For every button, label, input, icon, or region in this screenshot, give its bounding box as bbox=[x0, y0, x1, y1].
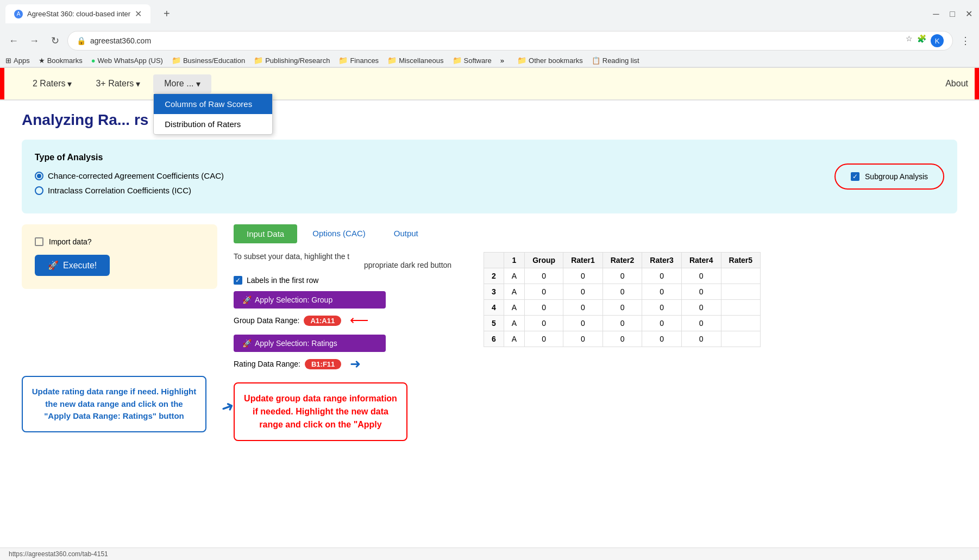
th-rater4: Rater4 bbox=[681, 253, 721, 268]
more-bookmarks-icon[interactable]: » bbox=[500, 56, 504, 65]
bookmarks-apps[interactable]: ⊞ Apps bbox=[5, 56, 30, 65]
blue-arrow-right-icon: ➜ bbox=[350, 356, 361, 372]
nav-2raters[interactable]: 2 Raters ▾ bbox=[22, 74, 83, 93]
maximize-button[interactable]: □ bbox=[947, 9, 957, 19]
address-right-icons: ☆ 🧩 K bbox=[906, 34, 944, 47]
folder-icon: 📁 bbox=[254, 56, 263, 65]
analysis-box: Type of Analysis Chance-corrected Agreem… bbox=[22, 140, 957, 213]
execute-button-row: 🚀 Execute! bbox=[35, 255, 204, 276]
refresh-button[interactable]: ↻ bbox=[47, 33, 63, 49]
apply-ratings-button[interactable]: 🚀 Apply Selection: Ratings bbox=[234, 335, 386, 352]
execute-button[interactable]: 🚀 Execute! bbox=[35, 255, 110, 276]
labels-row: ✓ Labels in the first row bbox=[234, 276, 473, 285]
cell: 0 bbox=[603, 300, 642, 316]
row-num: 3 bbox=[484, 284, 504, 300]
bookmarks-software[interactable]: 📁 Software bbox=[453, 56, 492, 65]
bookmarks-reading-list[interactable]: 📋 Reading list bbox=[592, 56, 639, 65]
apply-group-button[interactable]: 🚀 Apply Selection: Group bbox=[234, 291, 386, 309]
minimize-button[interactable]: ─ bbox=[931, 9, 941, 19]
table-row: 5 A 0 0 0 0 0 bbox=[484, 316, 761, 331]
cell: A bbox=[504, 316, 524, 331]
radio-icc[interactable] bbox=[35, 186, 43, 195]
import-checkbox[interactable] bbox=[35, 237, 43, 246]
main-area: Import data? 🚀 Execute! Update rating da… bbox=[22, 224, 957, 441]
analysis-title: Type of Analysis bbox=[35, 153, 834, 162]
whatsapp-icon: ● bbox=[91, 56, 96, 65]
more-dropdown-menu: Columns of Raw Scores Distribution of Ra… bbox=[153, 93, 273, 135]
table-row: 3 A 0 0 0 0 0 bbox=[484, 284, 761, 300]
labels-checkbox[interactable]: ✓ bbox=[234, 276, 242, 285]
nav-3raters[interactable]: 3+ Raters ▾ bbox=[85, 74, 151, 93]
send-icon: 🚀 bbox=[242, 295, 252, 304]
bookmark-star-icon[interactable]: ☆ bbox=[906, 34, 913, 47]
dropdown-distribution-raters[interactable]: Distribution of Raters bbox=[154, 114, 272, 134]
cell: A bbox=[504, 268, 524, 284]
tooltip-blue-box: Update rating data range if need. Highli… bbox=[22, 376, 206, 432]
ratings-range-row: Rating Data Range: B1:F11 ➜ bbox=[234, 356, 473, 372]
group-apply-btn-group: 🚀 Apply Selection: Group bbox=[234, 291, 473, 309]
folder-icon: 📁 bbox=[453, 56, 462, 65]
cell: A bbox=[504, 331, 524, 347]
cell: 0 bbox=[525, 284, 563, 300]
right-panel: Input Data Options (CAC) Output To subse… bbox=[234, 224, 957, 441]
left-panel: Import data? 🚀 Execute! Update rating da… bbox=[22, 224, 217, 441]
left-red-bar bbox=[0, 68, 4, 99]
address-box[interactable]: 🔒 agreestat360.com ☆ 🧩 K bbox=[67, 31, 953, 51]
right-red-bar bbox=[975, 68, 979, 99]
cell: 0 bbox=[525, 331, 563, 347]
row-num: 2 bbox=[484, 268, 504, 284]
cell: 0 bbox=[681, 316, 721, 331]
tab-close-button[interactable]: ✕ bbox=[135, 9, 142, 19]
red-tooltip-area: Update group data range information if n… bbox=[234, 382, 473, 441]
bookmarks-business[interactable]: 📁 Business/Education bbox=[172, 56, 245, 65]
import-row: Import data? bbox=[35, 237, 204, 246]
radio-cac[interactable] bbox=[35, 172, 43, 180]
status-bar: https://agreestat360.com/tab-4151 bbox=[0, 548, 979, 560]
bookmarks-other[interactable]: 📁 Other bookmarks bbox=[517, 56, 583, 65]
back-button[interactable]: ← bbox=[5, 33, 22, 49]
nav-more[interactable]: More ... ▾ bbox=[153, 74, 211, 93]
cell: 0 bbox=[603, 268, 642, 284]
cell: 0 bbox=[681, 331, 721, 347]
bookmarks-finances[interactable]: 📁 Finances bbox=[338, 56, 379, 65]
bookmarks-bookmarks[interactable]: ★ Bookmarks bbox=[39, 56, 83, 65]
subgroup-checkbox[interactable]: ✓ bbox=[851, 172, 859, 181]
tab-output[interactable]: Output bbox=[381, 224, 431, 243]
folder-icon: 📁 bbox=[338, 56, 348, 65]
group-range-row: Group Data Range: A1:A11 ⟵ bbox=[234, 313, 473, 328]
cell: 0 bbox=[681, 284, 721, 300]
forward-button[interactable]: → bbox=[26, 33, 42, 49]
bookmarks-publishing[interactable]: 📁 Publishing/Research bbox=[254, 56, 330, 65]
browser-chrome: A AgreeStat 360: cloud-based inter ✕ + ─… bbox=[0, 0, 979, 68]
tab-input-data[interactable]: Input Data bbox=[234, 224, 297, 243]
bookmarks-whatsapp[interactable]: ● Web WhatsApp (US) bbox=[91, 56, 163, 65]
labels-first-row-text: Labels in the first row bbox=[247, 276, 318, 285]
tab-options-cac[interactable]: Options (CAC) bbox=[299, 224, 379, 243]
extension-icon[interactable]: 🧩 bbox=[917, 34, 926, 47]
dropdown-columns-raw-scores[interactable]: Columns of Raw Scores bbox=[154, 94, 272, 114]
data-table: 1 Group Rater1 Rater2 Rater3 Rater4 Rate… bbox=[484, 252, 761, 347]
status-url: https://agreestat360.com/tab-4151 bbox=[9, 550, 108, 558]
new-tab-button[interactable]: + bbox=[155, 3, 179, 24]
close-button[interactable]: ✕ bbox=[964, 9, 974, 19]
page-content: Analyzing Ra... rs or More Type of Analy… bbox=[0, 100, 979, 452]
nav-about[interactable]: About bbox=[945, 79, 968, 89]
cell: 0 bbox=[603, 316, 642, 331]
more-dropdown-container: 3+ Raters ▾ bbox=[85, 74, 151, 93]
bookmarks-bar: ⊞ Apps ★ Bookmarks ● Web WhatsApp (US) 📁… bbox=[0, 54, 979, 67]
cell bbox=[721, 300, 761, 316]
cell: A bbox=[504, 284, 524, 300]
profile-icon[interactable]: K bbox=[931, 34, 944, 47]
table-row: 6 A 0 0 0 0 0 bbox=[484, 331, 761, 347]
th-rater2: Rater2 bbox=[603, 253, 642, 268]
th-empty bbox=[484, 253, 504, 268]
star-icon: ★ bbox=[39, 56, 45, 65]
active-tab[interactable]: A AgreeStat 360: cloud-based inter ✕ bbox=[5, 4, 150, 23]
table-row: 4 A 0 0 0 0 0 bbox=[484, 300, 761, 316]
more-dropdown-open-container: More ... ▾ Columns of Raw Scores Distrib… bbox=[153, 74, 211, 93]
settings-icon[interactable]: ⋮ bbox=[957, 33, 974, 49]
chevron-down-icon: ▾ bbox=[196, 79, 200, 89]
tab-favicon: A bbox=[14, 10, 23, 18]
bookmarks-miscellaneous[interactable]: 📁 Miscellaneous bbox=[387, 56, 443, 65]
folder-icon: 📁 bbox=[387, 56, 397, 65]
